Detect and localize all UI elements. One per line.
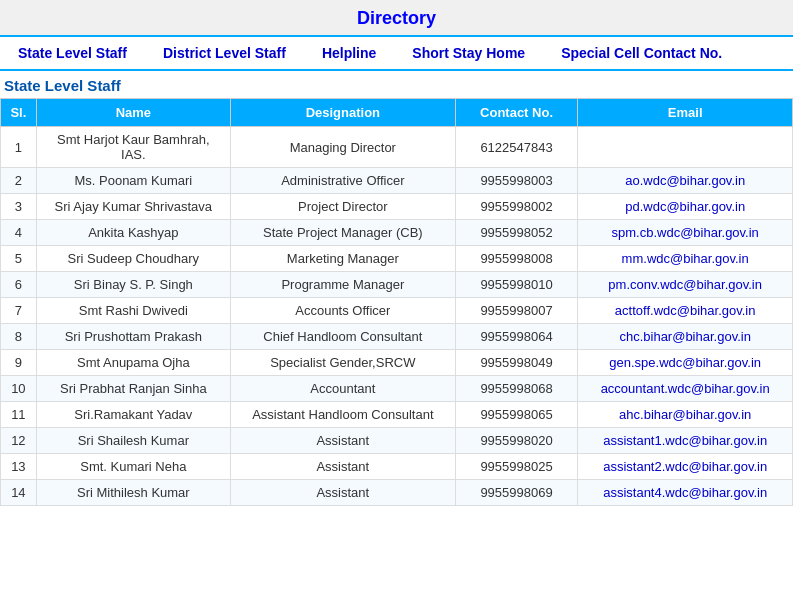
cell-contact: 9955998064 <box>455 324 578 350</box>
cell-email: assistant1.wdc@bihar.gov.in <box>578 428 793 454</box>
table-row: 7Smt Rashi DwivediAccounts Officer995599… <box>1 298 793 324</box>
table-row: 12Sri Shailesh KumarAssistant9955998020a… <box>1 428 793 454</box>
cell-email: acttoff.wdc@bihar.gov.in <box>578 298 793 324</box>
cell-sl: 6 <box>1 272 37 298</box>
cell-name: Sri Sudeep Choudhary <box>36 246 230 272</box>
cell-designation: Administrative Officer <box>230 168 455 194</box>
cell-sl: 3 <box>1 194 37 220</box>
cell-sl: 1 <box>1 127 37 168</box>
cell-designation: Marketing Manager <box>230 246 455 272</box>
cell-designation: Assistant <box>230 428 455 454</box>
cell-sl: 2 <box>1 168 37 194</box>
cell-designation: Assistant <box>230 454 455 480</box>
cell-contact: 9955998003 <box>455 168 578 194</box>
section-title: State Level Staff <box>0 71 793 98</box>
cell-contact: 9955998069 <box>455 480 578 506</box>
cell-email: ao.wdc@bihar.gov.in <box>578 168 793 194</box>
table-row: 14Sri Mithilesh KumarAssistant9955998069… <box>1 480 793 506</box>
cell-email: assistant4.wdc@bihar.gov.in <box>578 480 793 506</box>
cell-sl: 14 <box>1 480 37 506</box>
cell-contact: 9955998065 <box>455 402 578 428</box>
col-contact: Contact No. <box>455 99 578 127</box>
cell-contact: 9955998007 <box>455 298 578 324</box>
cell-sl: 11 <box>1 402 37 428</box>
cell-sl: 12 <box>1 428 37 454</box>
cell-name: Sri Ajay Kumar Shrivastava <box>36 194 230 220</box>
cell-sl: 8 <box>1 324 37 350</box>
cell-name: Ms. Poonam Kumari <box>36 168 230 194</box>
cell-name: Sri Prushottam Prakash <box>36 324 230 350</box>
table-row: 11Sri.Ramakant YadavAssistant Handloom C… <box>1 402 793 428</box>
cell-designation: Accounts Officer <box>230 298 455 324</box>
cell-name: Sri Prabhat Ranjan Sinha <box>36 376 230 402</box>
nav-special-cell[interactable]: Special Cell Contact No. <box>553 41 730 65</box>
cell-email: accountant.wdc@bihar.gov.in <box>578 376 793 402</box>
cell-name: Sri Binay S. P. Singh <box>36 272 230 298</box>
cell-name: Smt Harjot Kaur Bamhrah, IAS. <box>36 127 230 168</box>
cell-sl: 5 <box>1 246 37 272</box>
table-row: 5Sri Sudeep ChoudharyMarketing Manager99… <box>1 246 793 272</box>
cell-sl: 10 <box>1 376 37 402</box>
nav-short-stay-home[interactable]: Short Stay Home <box>404 41 533 65</box>
col-sl: Sl. <box>1 99 37 127</box>
table-row: 6Sri Binay S. P. SinghProgramme Manager9… <box>1 272 793 298</box>
staff-table: Sl. Name Designation Contact No. Email 1… <box>0 98 793 506</box>
cell-sl: 7 <box>1 298 37 324</box>
cell-contact: 9955998025 <box>455 454 578 480</box>
cell-name: Sri.Ramakant Yadav <box>36 402 230 428</box>
cell-name: Sri Shailesh Kumar <box>36 428 230 454</box>
cell-designation: Managing Director <box>230 127 455 168</box>
cell-contact: 9955998068 <box>455 376 578 402</box>
cell-name: Smt. Kumari Neha <box>36 454 230 480</box>
cell-designation: Assistant Handloom Consultant <box>230 402 455 428</box>
cell-sl: 4 <box>1 220 37 246</box>
cell-sl: 9 <box>1 350 37 376</box>
cell-contact: 9955998020 <box>455 428 578 454</box>
cell-email: mm.wdc@bihar.gov.in <box>578 246 793 272</box>
table-header-row: Sl. Name Designation Contact No. Email <box>1 99 793 127</box>
col-email: Email <box>578 99 793 127</box>
table-row: 2Ms. Poonam KumariAdministrative Officer… <box>1 168 793 194</box>
cell-designation: Project Director <box>230 194 455 220</box>
cell-designation: Programme Manager <box>230 272 455 298</box>
cell-email <box>578 127 793 168</box>
cell-name: Smt Rashi Dwivedi <box>36 298 230 324</box>
table-row: 8Sri Prushottam PrakashChief Handloom Co… <box>1 324 793 350</box>
table-row: 3Sri Ajay Kumar ShrivastavaProject Direc… <box>1 194 793 220</box>
table-row: 9Smt Anupama OjhaSpecialist Gender,SRCW9… <box>1 350 793 376</box>
nav-bar: State Level Staff District Level Staff H… <box>0 35 793 71</box>
nav-district-level-staff[interactable]: District Level Staff <box>155 41 294 65</box>
cell-designation: Specialist Gender,SRCW <box>230 350 455 376</box>
cell-email: assistant2.wdc@bihar.gov.in <box>578 454 793 480</box>
table-row: 1Smt Harjot Kaur Bamhrah, IAS.Managing D… <box>1 127 793 168</box>
cell-name: Smt Anupama Ojha <box>36 350 230 376</box>
cell-designation: Accountant <box>230 376 455 402</box>
table-row: 4Ankita KashyapState Project Manager (CB… <box>1 220 793 246</box>
cell-designation: Chief Handloom Consultant <box>230 324 455 350</box>
cell-contact: 9955998052 <box>455 220 578 246</box>
cell-email: pm.conv.wdc@bihar.gov.in <box>578 272 793 298</box>
table-row: 13Smt. Kumari NehaAssistant9955998025ass… <box>1 454 793 480</box>
cell-designation: State Project Manager (CB) <box>230 220 455 246</box>
cell-sl: 13 <box>1 454 37 480</box>
cell-email: chc.bihar@bihar.gov.in <box>578 324 793 350</box>
cell-contact: 6122547843 <box>455 127 578 168</box>
page-title: Directory <box>0 0 793 35</box>
cell-email: ahc.bihar@bihar.gov.in <box>578 402 793 428</box>
nav-state-level-staff[interactable]: State Level Staff <box>10 41 135 65</box>
nav-helpline[interactable]: Helpline <box>314 41 384 65</box>
cell-email: gen.spe.wdc@bihar.gov.in <box>578 350 793 376</box>
cell-name: Ankita Kashyap <box>36 220 230 246</box>
col-designation: Designation <box>230 99 455 127</box>
cell-email: spm.cb.wdc@bihar.gov.in <box>578 220 793 246</box>
cell-contact: 9955998010 <box>455 272 578 298</box>
cell-designation: Assistant <box>230 480 455 506</box>
cell-contact: 9955998008 <box>455 246 578 272</box>
cell-email: pd.wdc@bihar.gov.in <box>578 194 793 220</box>
cell-name: Sri Mithilesh Kumar <box>36 480 230 506</box>
table-row: 10Sri Prabhat Ranjan SinhaAccountant9955… <box>1 376 793 402</box>
cell-contact: 9955998002 <box>455 194 578 220</box>
cell-contact: 9955998049 <box>455 350 578 376</box>
col-name: Name <box>36 99 230 127</box>
